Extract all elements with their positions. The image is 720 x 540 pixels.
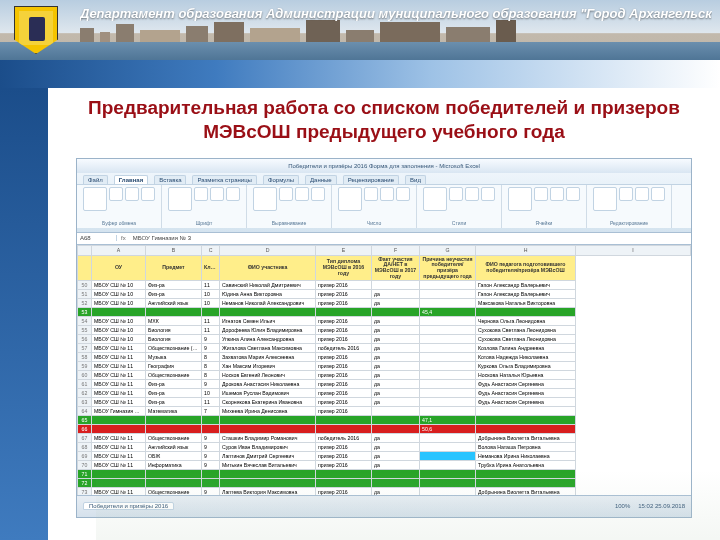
- col-fio: ФИО участника: [220, 255, 316, 281]
- table-row: 57МБОУ СШ № 11Обществознание (эк)9Жигало…: [78, 344, 691, 353]
- table-row: 56МБОУ СШ № 10Биология9Упкина Алина Алек…: [78, 335, 691, 344]
- table-row: 61МБОУ СШ № 11Физ-ра9Дрокова Анастасия Н…: [78, 380, 691, 389]
- table-row: 62МБОУ СШ № 11Физ-ра10Ишемов Руслан Вади…: [78, 389, 691, 398]
- ribbon-group: Ячейки: [502, 185, 587, 228]
- col-klass: Класс: [202, 255, 220, 281]
- ribbon-tab: Главная: [114, 175, 148, 184]
- banner: Департамент образования Администрации му…: [0, 0, 720, 60]
- excel-statusbar: Победители и призёры 2016 100% 15:02 25.…: [77, 495, 691, 517]
- col-ou: ОУ: [92, 255, 146, 281]
- table-row: 59МБОУ СШ № 11География8Хан Максим Игоре…: [78, 362, 691, 371]
- banner-skyline: [80, 20, 720, 42]
- table-row: 67МБОУ СШ № 11Обществознание9Сташкин Вла…: [78, 434, 691, 443]
- formula-bar: A68 fx МБОУ Гимназия № 3: [77, 233, 691, 245]
- table-row: 54МБОУ СШ № 10МХК11Игнатов Семен Ильичпр…: [78, 317, 691, 326]
- table-row: 51МБОУ СШ № 10Физ-ра10Юдина Анна Викторо…: [78, 290, 691, 299]
- ribbon-group: Шрифт: [162, 185, 247, 228]
- table-row: 63МБОУ СШ № 11Физ-ра11Скорнякова Екатери…: [78, 398, 691, 407]
- table-row: 73МБОУ СШ № 11Обществознание9Лаптева Вик…: [78, 488, 691, 495]
- col-reason: Причина неучастия победителя/призёра пре…: [420, 255, 476, 281]
- ribbon-tab: Вид: [405, 175, 426, 184]
- excel-screenshot: Победители и призёры 2016 Форма для запо…: [76, 158, 692, 518]
- excel-ribbon: ФайлГлавнаяВставкаРазметка страницыФорму…: [77, 173, 691, 233]
- ribbon-tab: Формулы: [263, 175, 299, 184]
- page-title: Предварительная работа со списком победи…: [48, 88, 720, 150]
- table-row: 70МБОУ СШ № 11Информатика9Митькин Вячесл…: [78, 461, 691, 470]
- column-letters-row: ABCDEFGHI: [78, 245, 691, 255]
- ribbon-group: Выравнивание: [247, 185, 332, 228]
- department-title: Департамент образования Администрации му…: [80, 6, 712, 21]
- table-row: 60МБОУ СШ № 11Обществознание8Носков Евге…: [78, 371, 691, 380]
- table-row: 52МБОУ СШ № 10Английский язык10Неманов Н…: [78, 299, 691, 308]
- table-row: 6547,1: [78, 416, 691, 425]
- table-body: 50МБОУ СШ № 10Физ-ра11Савинский Николай …: [78, 281, 691, 495]
- ribbon-tab: Вставка: [154, 175, 186, 184]
- city-crest: [14, 6, 58, 54]
- table-row: 69МБОУ СШ № 11ОБЖ9Лаптинов Дмитрий Серге…: [78, 452, 691, 461]
- col-predmet: Предмет: [146, 255, 202, 281]
- fx-icon: fx: [117, 235, 130, 241]
- ribbon-tab: Разметка страницы: [192, 175, 256, 184]
- table-row: 6650,6: [78, 425, 691, 434]
- workbook-title: Победители и призёры 2016 Форма для запо…: [288, 163, 480, 169]
- blue-stripe: [0, 60, 720, 88]
- table-row: 64МБОУ Гимназия № 21Математика7Михеева И…: [78, 407, 691, 416]
- content: Предварительная работа со списком победи…: [48, 88, 720, 540]
- banner-water: [0, 42, 720, 60]
- spreadsheet-table: ABCDEFGHI ОУ Предмет Класс ФИО участника…: [77, 245, 691, 495]
- slide: Департамент образования Администрации му…: [0, 0, 720, 540]
- col-diplom: Тип диплома МЭВсОШ в 2016 году: [316, 255, 372, 281]
- table-row: 68МБОУ СШ № 11Английский язык9Суров Иван…: [78, 443, 691, 452]
- table-row: 72: [78, 479, 691, 488]
- ribbon-group: Редактирование: [587, 185, 672, 228]
- sheet-area: ABCDEFGHI ОУ Предмет Класс ФИО участника…: [77, 245, 691, 495]
- sheet-tab: Победители и призёры 2016: [83, 502, 174, 510]
- ribbon-group: Стили: [417, 185, 502, 228]
- table-row: 58МБОУ СШ № 11Музыка8Захватова Мария Але…: [78, 353, 691, 362]
- side-stripe: [0, 88, 48, 540]
- table-row: 50МБОУ СШ № 10Физ-ра11Савинский Николай …: [78, 281, 691, 290]
- ribbon-group: Буфер обмена: [77, 185, 162, 228]
- ribbon-tab: Файл: [83, 175, 108, 184]
- zoom-label: 100%: [615, 503, 630, 509]
- taskbar-clock: 15:02 25.09.2018: [638, 503, 685, 509]
- table-row: 55МБОУ СШ № 10Биология11Дорофеева Юлия В…: [78, 326, 691, 335]
- header-row: ОУ Предмет Класс ФИО участника Тип дипло…: [78, 255, 691, 281]
- col-fact: Факт участия ДА/НЕТ в МЭВсОШ в 2017 году: [372, 255, 420, 281]
- table-row: 71: [78, 470, 691, 479]
- ribbon-body: Буфер обменаШрифтВыравниваниеЧислоСтилиЯ…: [77, 184, 691, 228]
- formula-value: МБОУ Гимназия № 3: [130, 235, 194, 241]
- name-box: A68: [77, 235, 117, 241]
- ribbon-group: Число: [332, 185, 417, 228]
- ribbon-tab: Данные: [305, 175, 337, 184]
- col-teacher: ФИО педагога подготовившего победителя/п…: [476, 255, 576, 281]
- excel-titlebar: Победители и призёры 2016 Форма для запо…: [77, 159, 691, 173]
- ribbon-tab: Рецензирование: [343, 175, 399, 184]
- table-row: 5345,4: [78, 308, 691, 317]
- ribbon-tabs: ФайлГлавнаяВставкаРазметка страницыФорму…: [77, 173, 691, 184]
